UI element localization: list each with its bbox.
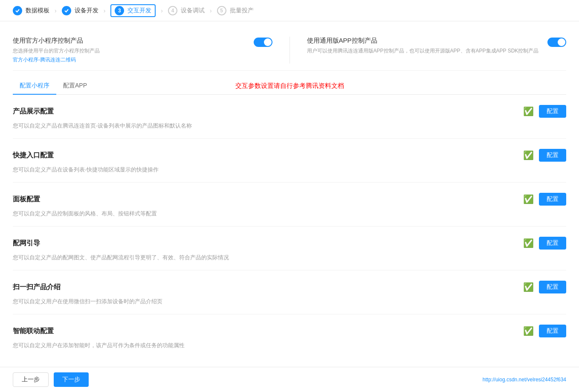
step-arrow-4: › xyxy=(210,7,212,14)
official-mini-switch[interactable] xyxy=(254,38,272,48)
config-header-quick-entry: 快捷入口配置 ✅ 配置 xyxy=(13,149,566,162)
prev-button[interactable]: 上一步 xyxy=(13,372,49,387)
config-section-panel: 面板配置 ✅ 配置 您可以自定义产品控制面板的风格、布局、按钮样式等配置 xyxy=(13,183,566,226)
config-section-quick-entry: 快捷入口配置 ✅ 配置 您可以自定义产品在设备列表-快捷功能区域显示的快捷操作 xyxy=(13,139,566,183)
official-mini-toggle[interactable] xyxy=(254,38,272,47)
btn-config-quick-entry[interactable]: 配置 xyxy=(539,149,566,162)
universal-app-desc: 用户可以使用腾讯连连通用版APP控制产品，也可以使用开源版APP、含有APP集成… xyxy=(307,47,539,55)
bottom-buttons: 上一步 下一步 xyxy=(13,372,89,387)
btn-config-smart-link[interactable]: 配置 xyxy=(539,325,566,337)
btn-config-product-display[interactable]: 配置 xyxy=(539,105,566,118)
step-interaction-dev[interactable]: 3 交互开发 xyxy=(110,4,156,17)
next-button[interactable]: 下一步 xyxy=(54,372,89,387)
config-section-scan-intro: 扫一扫产品介绍 ✅ 配置 您可以自定义用户在使用微信扫一扫添加设备时的产品介绍页 xyxy=(13,270,566,314)
step-circle-4: 4 xyxy=(168,6,177,15)
step-circle-3: 3 xyxy=(115,6,124,15)
universal-app-toggle[interactable] xyxy=(547,38,566,47)
config-actions-network-guide: ✅ 配置 xyxy=(523,237,566,250)
config-title-quick-entry: 快捷入口配置 xyxy=(13,151,54,160)
config-actions-scan-intro: ✅ 配置 xyxy=(523,281,566,293)
config-title-panel: 面板配置 xyxy=(13,195,40,204)
universal-app-title: 使用通用版APP控制产品 xyxy=(307,37,539,45)
config-title-product-display: 产品展示配置 xyxy=(13,107,54,116)
tab-app[interactable]: 配置APP xyxy=(56,78,94,95)
config-actions-smart-link: ✅ 配置 xyxy=(523,325,566,337)
official-mini-title: 使用官方小程序控制产品 xyxy=(13,37,245,45)
stepper: 数据模板 › 设备开发 › 3 交互开发 › 4 设备调试 › 5 批量投产 xyxy=(0,0,579,21)
step-arrow-3: › xyxy=(161,7,163,14)
btn-config-panel[interactable]: 配置 xyxy=(539,193,566,206)
config-title-network-guide: 配网引导 xyxy=(13,239,40,248)
official-mini-content: 使用官方小程序控制产品 您选择使用平台的官方小程序控制产品 官方小程序-腾讯连连… xyxy=(13,37,245,64)
config-actions-quick-entry: ✅ 配置 xyxy=(523,149,566,162)
check-icon-product-display: ✅ xyxy=(523,106,534,116)
step-circle-5: 5 xyxy=(217,6,226,15)
step-circle-1 xyxy=(13,6,22,15)
config-section-product-display: 产品展示配置 ✅ 配置 您可以自定义产品在腾讯连连首页-设备列表中展示的产品图标… xyxy=(13,95,566,139)
config-title-scan-intro: 扫一扫产品介绍 xyxy=(13,283,61,292)
config-desc-panel: 您可以自定义产品控制面板的风格、布局、按钮样式等配置 xyxy=(13,210,566,222)
step-batch-production[interactable]: 5 批量投产 xyxy=(217,6,254,15)
step-active-box: 3 交互开发 xyxy=(110,4,156,17)
universal-app-block: 使用通用版APP控制产品 用户可以使用腾讯连连通用版APP控制产品，也可以使用开… xyxy=(307,37,567,55)
config-header-product-display: 产品展示配置 ✅ 配置 xyxy=(13,105,566,118)
btn-config-network-guide[interactable]: 配置 xyxy=(539,237,566,250)
config-header-smart-link: 智能联动配置 ✅ 配置 xyxy=(13,325,566,337)
official-mini-link[interactable]: 官方小程序-腾讯连连二维码 xyxy=(13,56,76,64)
step-circle-2 xyxy=(62,6,71,15)
main-content: 使用官方小程序控制产品 您选择使用平台的官方小程序控制产品 官方小程序-腾讯连连… xyxy=(0,21,579,367)
tab-mini-program[interactable]: 配置小程序 xyxy=(13,78,56,95)
btn-config-scan-intro[interactable]: 配置 xyxy=(539,281,566,293)
step-label-4: 设备调试 xyxy=(181,7,205,15)
step-label-1: 数据模板 xyxy=(26,7,49,15)
step-arrow-2: › xyxy=(104,7,106,14)
universal-app-content: 使用通用版APP控制产品 用户可以使用腾讯连连通用版APP控制产品，也可以使用开… xyxy=(307,37,539,55)
config-sections: 产品展示配置 ✅ 配置 您可以自定义产品在腾讯连连首页-设备列表中展示的产品图标… xyxy=(13,95,566,358)
tabs-tip: 交互参数设置请自行参考腾讯资料文档 xyxy=(235,82,344,90)
config-header-scan-intro: 扫一扫产品介绍 ✅ 配置 xyxy=(13,281,566,293)
config-actions-panel: ✅ 配置 xyxy=(523,193,566,206)
config-desc-smart-link: 您可以自定义用户在添加智能时，该产品可作为条件或任务的功能属性 xyxy=(13,342,566,354)
config-header-panel: 面板配置 ✅ 配置 xyxy=(13,193,566,206)
step-label-2: 设备开发 xyxy=(75,7,98,15)
check-icon-panel: ✅ xyxy=(523,194,534,204)
config-header-network-guide: 配网引导 ✅ 配置 xyxy=(13,237,566,250)
step-device-debug[interactable]: 4 设备调试 xyxy=(168,6,205,15)
step-data-template[interactable]: 数据模板 xyxy=(13,6,49,15)
config-section-smart-link: 智能联动配置 ✅ 配置 您可以自定义用户在添加智能时，该产品可作为条件或任务的功… xyxy=(13,314,566,358)
config-desc-network-guide: 您可以自定义产品的配网图文、使产品配网流程引导更明了、有效、符合产品的实际情况 xyxy=(13,254,566,266)
bottom-link: http://uiog.csdn.net/velresi24452f634 xyxy=(483,377,566,383)
step-label-5: 批量投产 xyxy=(230,7,254,15)
config-section-network-guide: 配网引导 ✅ 配置 您可以自定义产品的配网图文、使产品配网流程引导更明了、有效、… xyxy=(13,226,566,270)
official-mini-block: 使用官方小程序控制产品 您选择使用平台的官方小程序控制产品 官方小程序-腾讯连连… xyxy=(13,37,272,64)
config-actions-product-display: ✅ 配置 xyxy=(523,105,566,118)
config-title-smart-link: 智能联动配置 xyxy=(13,327,54,336)
check-icon-scan-intro: ✅ xyxy=(523,282,534,292)
config-desc-quick-entry: 您可以自定义产品在设备列表-快捷功能区域显示的快捷操作 xyxy=(13,166,566,178)
tabs-row: 配置小程序 配置APP 交互参数设置请自行参考腾讯资料文档 xyxy=(13,78,566,95)
check-icon-network-guide: ✅ xyxy=(523,238,534,248)
check-icon-quick-entry: ✅ xyxy=(523,150,534,160)
bottom-bar: 上一步 下一步 http://uiog.csdn.net/velresi2445… xyxy=(0,367,579,392)
step-device-dev[interactable]: 设备开发 xyxy=(62,6,98,15)
config-desc-product-display: 您可以自定义产品在腾讯连连首页-设备列表中展示的产品图标和默认名称 xyxy=(13,122,566,134)
official-mini-desc: 您选择使用平台的官方小程序控制产品 xyxy=(13,47,245,55)
check-icon-smart-link: ✅ xyxy=(523,326,534,336)
toggle-row: 使用官方小程序控制产品 您选择使用平台的官方小程序控制产品 官方小程序-腾讯连连… xyxy=(13,30,566,71)
step-arrow-1: › xyxy=(55,7,57,14)
step-label-3: 交互开发 xyxy=(127,7,151,15)
universal-app-switch[interactable] xyxy=(547,38,566,48)
toggle-divider xyxy=(290,37,290,64)
config-desc-scan-intro: 您可以自定义用户在使用微信扫一扫添加设备时的产品介绍页 xyxy=(13,298,566,310)
